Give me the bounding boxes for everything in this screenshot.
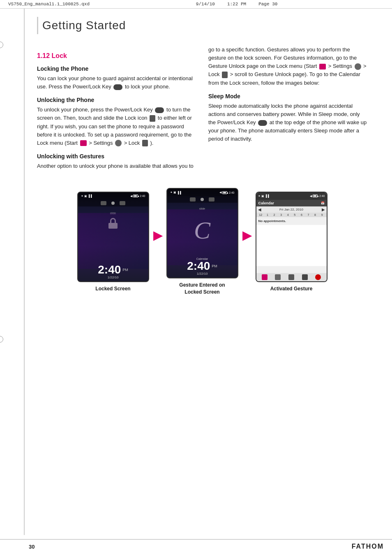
time-date-1: 1/22/10 (78, 276, 148, 279)
lock-icon-3 (222, 72, 228, 78)
locked-screen-frame: ✦ ▣ ▐▐ ◀ 2:40 (77, 192, 149, 282)
gesture-screen-display: ✦ ▣ ▐▐ ◀ 2:40 (167, 189, 238, 278)
status-time-2: 2:40 (229, 191, 235, 194)
cal-d-8: 8 (312, 213, 318, 216)
cal-d-9: 9 (319, 213, 325, 216)
cal-notes-icon[interactable] (288, 274, 294, 280)
caption-locked: Locked Screen (95, 285, 130, 292)
cal-vol: ◀ (310, 195, 312, 198)
lock-icon-2 (142, 140, 148, 146)
phone-bg-2 (167, 209, 238, 265)
gestures-body: Another option to unlock your phone is a… (37, 162, 196, 170)
cal-d-1: 1 (265, 213, 270, 216)
status-bar-2: ✦ ▣ ▐▐ ◀ 2:40 (167, 189, 238, 196)
section-heading: 1.12 Lock (37, 52, 196, 60)
battery-icon-1 (133, 195, 138, 197)
cal-msg-icon[interactable] (302, 274, 308, 280)
cal-d-5: 5 (292, 213, 297, 216)
bluetooth-icon-1: ✦ (81, 195, 83, 198)
status-bar-1: ✦ ▣ ▐▐ ◀ 2:40 (78, 192, 148, 200)
locking-subheading: Locking the Phone (37, 65, 196, 72)
date-label: 9/14/10 (196, 2, 215, 7)
cal-icon-placeholder: 📅 (321, 202, 325, 205)
settings-icon-2 (355, 63, 361, 70)
time-digits-2: 2:40 (187, 259, 210, 272)
unlocking-subheading: Unlocking the Phone (37, 97, 196, 103)
cal-bt-icon: ✦ (258, 195, 261, 198)
caption-gesture: Gesture Entered on Locked Screen (179, 282, 225, 296)
cal-date-header: 12 1 2 3 4 5 6 7 8 9 (256, 213, 327, 217)
two-col: 1.12 Lock Locking the Phone You can lock… (37, 46, 367, 174)
time-date-2: 1/22/10 (167, 272, 238, 276)
signal-bars-2: ▐▐ (177, 191, 181, 194)
time-display-2: 2:40 PM 1/22/10 (167, 260, 238, 276)
ctrl-fwd-1 (120, 201, 125, 205)
page-number: 30 (29, 544, 35, 549)
left-margin (0, 9, 25, 535)
cal-title-text: Calendar (258, 201, 274, 205)
cal-status-left: ✦ ▣ ▐▐ (258, 195, 269, 198)
status-bar-content-2: ✦ ▣ ▐▐ ◀ 2:40 (169, 189, 236, 196)
time-suffix-1: PM (122, 268, 128, 272)
ctrl-fwd-2 (209, 197, 214, 202)
cal-signal: ▣ (261, 195, 264, 198)
cal-status-bar: ✦ ▣ ▐▐ ◀ 2:40 (256, 192, 327, 200)
calendar-screen-display: ✦ ▣ ▐▐ ◀ 2:40 (256, 192, 327, 281)
status-right-1: ◀ 2:40 (130, 195, 145, 198)
cal-d-2: 2 (272, 213, 277, 216)
cal-start-icon[interactable] (262, 274, 267, 280)
gestures-subheading: Unlocking with Gestures (37, 153, 196, 160)
screenshots-section: ✦ ▣ ▐▐ ◀ 2:40 (37, 184, 367, 300)
cal-app-icon[interactable] (275, 274, 281, 280)
page-footer: 30 FATHOM (0, 539, 392, 549)
screenshot-gesture: ✦ ▣ ▐▐ ◀ 2:40 (166, 188, 238, 296)
ctrl-back-1 (101, 201, 106, 205)
cal-prev-btn[interactable]: ◀ (258, 207, 261, 212)
filename-label: VS750_Eng_manual1.1_100825.qxd (8, 2, 90, 7)
caption-gesture-line2: Locked Screen (184, 289, 219, 295)
signal-bars-1: ▐▐ (88, 195, 92, 197)
power-lock-icon-1 (113, 84, 122, 90)
power-lock-icon-3 (258, 120, 267, 126)
cal-body-area (256, 225, 327, 266)
top-bar: VS750_Eng_manual1.1_100825.qxd 9/14/10 1… (0, 0, 392, 9)
settings-icon-1 (115, 140, 122, 146)
time-suffix-2: PM (212, 264, 217, 268)
battery-icon-2 (222, 191, 227, 194)
cal-close-icon[interactable] (315, 274, 321, 280)
page-content: Getting Started 1.12 Lock Locking the Ph… (0, 9, 392, 535)
time-label: 1:22 PM (227, 2, 246, 7)
caption-gesture-line1: Gesture Entered on (179, 282, 225, 288)
gestures-body-cont: go to a specific function. Gestures allo… (208, 46, 367, 87)
start-icon-1 (80, 140, 87, 146)
cal-next-btn[interactable]: ▶ (322, 207, 325, 212)
right-margin (380, 9, 392, 535)
controls-row-2 (167, 196, 238, 203)
signal-icon-2: ▣ (173, 191, 176, 194)
volume-icon-2: ◀ (219, 191, 221, 194)
lock-btn-2 (201, 198, 204, 201)
power-lock-icon-2 (155, 107, 164, 113)
start-icon-2 (319, 64, 326, 69)
phone-bg-1 (78, 213, 148, 269)
calendar-screen-frame: ✦ ▣ ▐▐ ◀ 2:40 (256, 192, 327, 282)
arrow-1: ▶ (153, 229, 162, 242)
sleep-subheading: Sleep Mode (208, 93, 367, 100)
cal-status-right: ◀ 2:40 (310, 195, 325, 198)
screenshot-calendar: ✦ ▣ ▐▐ ◀ 2:40 (256, 192, 327, 292)
bluetooth-icon-2: ✦ (170, 191, 173, 194)
status-time-1: 2:40 (140, 195, 145, 197)
margin-mark-bottom (0, 336, 3, 343)
cal-time: 2:40 (319, 195, 325, 197)
cal-d-4: 4 (285, 213, 291, 216)
time-row-2: 2:40 PM (167, 260, 238, 272)
main-content: Getting Started 1.12 Lock Locking the Ph… (25, 9, 380, 535)
margin-marks (0, 42, 3, 343)
cal-d-3: 3 (278, 213, 284, 216)
controls-row-1 (78, 200, 148, 206)
time-row-1: 2:40 PM (78, 264, 148, 276)
screenshot-locked: ✦ ▣ ▐▐ ◀ 2:40 (77, 192, 149, 292)
cal-title-bar: Calendar 📅 (256, 200, 327, 206)
col-right: go to a specific function. Gestures allo… (208, 46, 367, 174)
locked-screen-display: ✦ ▣ ▐▐ ◀ 2:40 (78, 192, 148, 281)
